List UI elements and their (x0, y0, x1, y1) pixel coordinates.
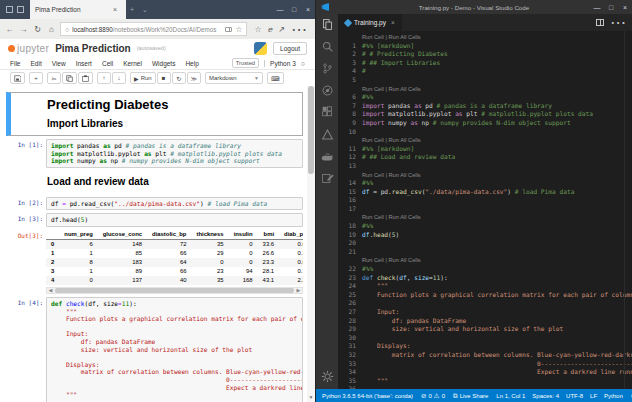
settings-gear-icon[interactable] (321, 370, 334, 383)
codelens-row[interactable]: Run Cell | Run All Cells (338, 85, 632, 94)
cell-type-dropdown[interactable]: Markdown▼ (205, 72, 263, 84)
share-icon[interactable]: ↗ (278, 25, 285, 34)
editor-line[interactable]: 16 (338, 196, 632, 205)
scroll-right-arrow[interactable]: ▶ (295, 287, 302, 293)
editor-line[interactable]: 5 (338, 76, 632, 85)
menu-help[interactable]: Help (185, 60, 198, 67)
indentation-indicator[interactable]: Spaces: 4 (532, 393, 559, 399)
hub-icon[interactable]: e (268, 25, 273, 34)
live-share-button[interactable]: ⧉Live Share (453, 392, 488, 400)
run-cell-link[interactable]: Run Cell (362, 214, 384, 220)
reading-view-icon[interactable] (225, 27, 232, 32)
site-info-icon[interactable]: ○ (65, 26, 69, 33)
eol-indicator[interactable]: LF (590, 393, 597, 399)
editor-line[interactable]: 21 (338, 248, 632, 257)
paste-cell-button[interactable] (78, 72, 93, 84)
tab-preview-icon[interactable] (17, 6, 24, 13)
run-all-cells-link[interactable]: Run All Cells (388, 257, 420, 263)
editor-line[interactable]: 22#%% (338, 265, 632, 274)
editor-line[interactable]: 8import matplotlib.pyplot as plt # matpl… (338, 110, 632, 119)
editor-line[interactable]: 33 0------------------------->1 (338, 360, 632, 369)
run-cell-link[interactable]: Run Cell (362, 86, 384, 92)
editor-line[interactable]: 2# # Predicting Diabetes (338, 50, 632, 59)
editor-line[interactable]: 29 size: vertical and horizontal size of… (338, 325, 632, 334)
run-all-cells-link[interactable]: Run All Cells (388, 34, 420, 40)
debug-icon[interactable] (321, 84, 334, 97)
add-favorite-icon[interactable]: ☆ (235, 25, 242, 34)
code-input[interactable]: df = pd.read_csv("../data/pima-data.csv"… (46, 197, 303, 211)
test-explorer-icon[interactable] (321, 172, 334, 185)
minimize-button[interactable]: — (273, 6, 287, 13)
run-cell-link[interactable]: Run Cell (362, 137, 384, 143)
editor-line[interactable]: 7import pandas as pd # pandas is a dataf… (338, 102, 632, 111)
editor-line[interactable]: 14#%% (338, 179, 632, 188)
cursor-position[interactable]: Ln 1, Col 1 (496, 393, 525, 399)
explorer-icon[interactable] (321, 18, 334, 31)
editor-line[interactable]: 28 df: pandas DataFrame (338, 317, 632, 326)
editor-line[interactable]: 27 Input: (338, 308, 632, 317)
code-input[interactable]: import pandas as pd # pandas is a datafr… (46, 139, 303, 168)
editor-line[interactable]: 9import numpy as np # numpy provides N-d… (338, 119, 632, 128)
codelens-row[interactable]: Run Cell | Run All Cells (338, 136, 632, 145)
codelens-row[interactable]: Run Cell | Run All Cells (338, 256, 632, 265)
menu-view[interactable]: View (52, 60, 66, 67)
problems-indicator[interactable]: ⊘0 ⚠0 (421, 392, 445, 400)
close-button[interactable]: × (618, 4, 632, 11)
menu-view[interactable]: View (403, 4, 417, 11)
teapot-extension-icon[interactable] (321, 150, 334, 163)
menu-file[interactable]: File (10, 60, 20, 67)
run-all-cells-link[interactable]: Run All Cells (388, 137, 420, 143)
editor-line[interactable]: 17 (338, 205, 632, 214)
editor-line[interactable]: 36 (338, 385, 632, 389)
cut-cell-button[interactable]: ✂ (47, 72, 61, 84)
editor-tab[interactable]: Training.py × (338, 14, 402, 31)
run-cell-link[interactable]: Run Cell (362, 34, 384, 40)
stop-button[interactable]: ■ (157, 72, 171, 84)
run-all-cells-link[interactable]: Run All Cells (388, 214, 420, 220)
editor-line[interactable]: 6#%% (338, 93, 632, 102)
markdown-cell-selected[interactable]: Predicting DiabetesImport Libraries (6, 92, 303, 136)
triangle-extension-icon[interactable] (321, 128, 334, 141)
copy-cell-button[interactable] (62, 72, 77, 84)
scrollbar-thumb[interactable] (308, 86, 314, 174)
code-editor[interactable]: Run Cell | Run All Cells1#%% [markdown]2… (338, 31, 632, 389)
scroll-left-arrow[interactable]: ◀ (47, 287, 54, 293)
menu-edit[interactable]: Edit (351, 4, 362, 11)
favorites-icon[interactable]: ☆ (254, 25, 261, 34)
menu-kernel[interactable]: Kernel (123, 60, 142, 67)
menu-file[interactable]: File (334, 4, 344, 11)
editor-line[interactable]: 24 """ (338, 282, 632, 291)
language-mode[interactable]: Python (604, 393, 623, 399)
run-all-cells-link[interactable]: Run All Cells (388, 86, 420, 92)
codelens-row[interactable]: Run Cell | Run All Cells (338, 33, 632, 42)
code-input[interactable]: df.head(5) (46, 213, 303, 227)
editor-line[interactable]: 35 """ (338, 377, 632, 386)
add-cell-button[interactable]: + (29, 72, 43, 84)
refresh-icon[interactable]: ↻ (32, 25, 43, 34)
set-tabs-aside-icon[interactable] (6, 6, 13, 13)
close-button[interactable]: × (301, 6, 315, 13)
codelens-row[interactable]: Run Cell | Run All Cells (338, 213, 632, 222)
editor-line[interactable]: 13 (338, 162, 632, 171)
tab-close-icon[interactable]: × (109, 6, 121, 13)
tab-close-icon[interactable]: × (391, 19, 395, 26)
scrollbar-thumb[interactable] (55, 288, 294, 293)
forward-icon[interactable]: → (18, 25, 29, 34)
menu-edit[interactable]: Edit (30, 60, 41, 67)
tab-list-chevron-icon[interactable]: ⌄ (138, 6, 152, 14)
more-icon[interactable]: ⋯ (291, 20, 307, 39)
url-input[interactable]: ○ localhost:8890/notebooks/Work%20Docs/A… (60, 22, 247, 36)
scroll-down-arrow[interactable]: ▼ (307, 393, 315, 402)
source-control-icon[interactable] (321, 62, 334, 75)
encoding-indicator[interactable]: UTF-8 (566, 393, 583, 399)
back-icon[interactable]: ← (4, 25, 15, 34)
python-interpreter-selector[interactable]: Python 3.6.5 64-bit ('base': conda) (322, 393, 413, 399)
run-cell-link[interactable]: Run Cell (362, 172, 384, 178)
notebook-scrollbar[interactable]: ▼ (307, 86, 315, 402)
save-button[interactable] (10, 72, 25, 84)
editor-line[interactable]: 10 (338, 128, 632, 137)
restart-run-all-button[interactable]: ≫ (187, 72, 201, 84)
maximize-button[interactable]: □ (604, 4, 618, 11)
editor-line[interactable]: 3# ## Import Libraries (338, 59, 632, 68)
editor-line[interactable]: 23def check(df, size=11): (338, 274, 632, 283)
